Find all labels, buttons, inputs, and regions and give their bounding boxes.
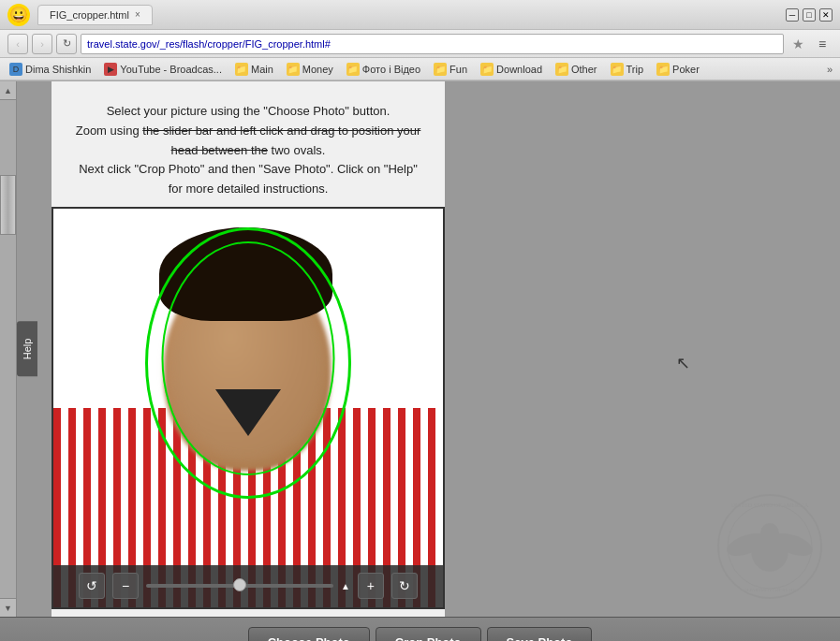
right-panel: UNITED STATES OF AMERICA DEPARTMENT OF S… (445, 81, 840, 617)
folder-icon: 📁 (235, 63, 248, 76)
browser-chrome: 😀 FIG_cropper.html × ─ □ ✕ ‹ › ↻ travel.… (0, 0, 840, 81)
bottom-toolbar: Choose Photo Crop Photo Save Photo (0, 617, 840, 641)
tab-title: FIG_cropper.html (50, 9, 129, 21)
rotate-left-button[interactable]: ↺ (79, 573, 105, 599)
scroll-up-button[interactable]: ▲ (0, 81, 16, 100)
scroll-track (0, 100, 16, 598)
browser-icon: 😀 (7, 4, 30, 26)
bookmark-star-button[interactable]: ★ (788, 34, 808, 54)
tab-close-button[interactable]: × (135, 9, 140, 20)
folder-icon: 📁 (287, 63, 300, 76)
bookmark-photo[interactable]: 📁 Фото і Відео (341, 61, 426, 78)
folder-icon: 📁 (656, 63, 670, 76)
bookmark-poker[interactable]: 📁 Poker (651, 61, 705, 78)
help-tab[interactable]: Help (17, 322, 37, 377)
zoom-out-button[interactable]: − (112, 573, 139, 599)
center-panel: Select your picture using the "Choose Ph… (52, 81, 445, 617)
close-button[interactable]: ✕ (819, 8, 833, 22)
maximize-button[interactable]: □ (803, 8, 816, 22)
folder-icon: 📁 (555, 63, 568, 76)
save-photo-button[interactable]: Save Photo (487, 627, 593, 642)
svg-text:DEPARTMENT OF STATE: DEPARTMENT OF STATE (744, 588, 796, 592)
folder-icon: 📁 (434, 63, 447, 76)
bookmark-money[interactable]: 📁 Money (281, 61, 339, 78)
choose-photo-button[interactable]: Choose Photo (248, 627, 370, 642)
address-bar[interactable]: travel.state.gov/_res/flash/cropper/FIG_… (81, 34, 784, 54)
forward-button[interactable]: › (32, 34, 52, 54)
instruction-line2: Zoom using the slider bar and left click… (70, 122, 426, 161)
main-content: ▲ ▼ Help Select your picture using the "… (0, 81, 840, 617)
scroll-down-button[interactable]: ▼ (0, 598, 16, 617)
title-bar: 😀 FIG_cropper.html × ─ □ ✕ (0, 0, 840, 30)
bookmark-fun[interactable]: 📁 Fun (428, 61, 473, 78)
refresh-button[interactable]: ↻ (56, 34, 77, 54)
navigation-bar: ‹ › ↻ travel.state.gov/_res/flash/croppe… (0, 30, 840, 58)
bookmarks-bar: D Dima Shishkin ▶ YouTube - Broadcas... … (0, 58, 840, 80)
minimize-button[interactable]: ─ (786, 8, 799, 22)
bookmark-download[interactable]: 📁 Download (475, 61, 548, 78)
bookmark-main[interactable]: 📁 Main (229, 61, 279, 78)
bookmark-trip[interactable]: 📁 Trip (605, 61, 650, 78)
zoom-slider[interactable] (146, 584, 333, 588)
bookmark-dima[interactable]: D Dima Shishkin (4, 61, 96, 78)
bookmark-other[interactable]: 📁 Other (550, 61, 603, 78)
folder-icon: 📁 (480, 63, 494, 76)
slider-up-arrow: ▲ (341, 581, 350, 591)
photo-controls-bar: ↺ − ▲ + ↻ (53, 565, 443, 607)
mouse-cursor: ↖ (676, 353, 690, 373)
back-button[interactable]: ‹ (7, 34, 28, 54)
photo-crop-area[interactable]: ↺ − ▲ + ↻ (52, 207, 445, 609)
scroll-thumb[interactable] (0, 175, 16, 235)
svg-text:UNITED STATES OF AMERICA: UNITED STATES OF AMERICA (731, 503, 809, 508)
state-seal: UNITED STATES OF AMERICA DEPARTMENT OF S… (714, 490, 826, 603)
folder-icon: 📁 (346, 63, 360, 76)
crop-photo-button[interactable]: Crop Photo (376, 627, 481, 642)
instructions-area: Select your picture using the "Choose Ph… (52, 91, 445, 207)
rotate-right-button[interactable]: ↻ (391, 573, 418, 599)
instruction-line3: Next click "Crop Photo" and then "Save P… (70, 160, 426, 199)
bookmark-icon: D (9, 63, 22, 76)
instruction-line1: Select your picture using the "Choose Ph… (70, 102, 426, 122)
slider-thumb[interactable] (233, 578, 246, 591)
folder-icon: 📁 (611, 63, 624, 76)
oval-inner (162, 241, 335, 475)
svg-point-5 (760, 523, 779, 542)
bookmarks-more-button[interactable]: » (823, 64, 836, 75)
browser-tab[interactable]: FIG_cropper.html × (37, 5, 153, 25)
zoom-in-button[interactable]: + (358, 573, 384, 599)
window-controls: ─ □ ✕ (786, 8, 833, 22)
scrollbar[interactable]: ▲ ▼ (0, 81, 17, 617)
browser-menu-button[interactable]: ≡ (812, 34, 833, 54)
bookmark-icon: ▶ (104, 63, 117, 76)
bookmark-youtube[interactable]: ▶ YouTube - Broadcas... (98, 61, 228, 78)
